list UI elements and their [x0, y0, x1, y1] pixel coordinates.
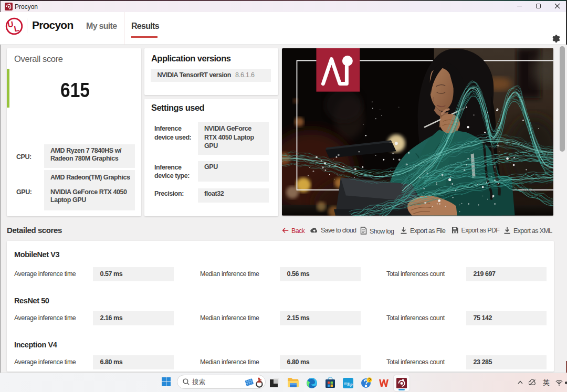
svg-text:hp: hp: [348, 382, 352, 387]
svg-text:L: L: [13, 24, 19, 33]
